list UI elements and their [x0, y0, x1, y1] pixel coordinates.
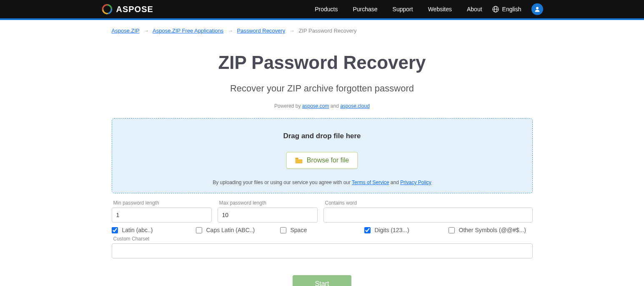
- check-latin[interactable]: Latin (abc..): [112, 227, 196, 233]
- check-other-label: Other Symbols (@@#$...): [459, 227, 526, 233]
- breadcrumb-arrow-icon: →: [228, 28, 233, 34]
- nav-support[interactable]: Support: [393, 6, 413, 13]
- powered-link-aspose-cloud[interactable]: aspose.cloud: [340, 103, 370, 109]
- min-length-input[interactable]: [112, 208, 212, 223]
- check-caps[interactable]: Caps Latin (ABC..): [196, 227, 280, 233]
- page-title: ZIP Password Recovery: [112, 52, 533, 73]
- svg-point-3: [536, 7, 539, 10]
- powered-by: Powered by aspose.com and aspose.cloud: [112, 103, 533, 109]
- nav-purchase[interactable]: Purchase: [353, 6, 377, 13]
- drop-text: Drag and drop file here: [120, 132, 524, 140]
- browse-label: Browse for file: [307, 157, 349, 164]
- globe-icon: [492, 6, 499, 13]
- check-space-box[interactable]: [280, 227, 286, 233]
- main-nav: Products Purchase Support Websites About: [315, 6, 482, 13]
- check-other[interactable]: Other Symbols (@@#$...): [449, 227, 533, 233]
- check-digits-box[interactable]: [364, 227, 371, 233]
- language-label: English: [502, 6, 521, 13]
- terms-link[interactable]: Terms of Service: [352, 180, 389, 185]
- nav-websites[interactable]: Websites: [428, 6, 452, 13]
- breadcrumb-current: ZIP Password Recovery: [298, 28, 356, 34]
- powered-and: and: [329, 103, 340, 109]
- file-dropzone[interactable]: Drag and drop file here Browse for file …: [112, 118, 533, 193]
- nav-products[interactable]: Products: [315, 6, 338, 13]
- breadcrumb: Aspose.ZIP → Aspose.ZIP Free Application…: [112, 20, 533, 41]
- check-digits-label: Digits (123...): [375, 227, 409, 233]
- contains-word-label: Contains word: [325, 200, 533, 206]
- check-other-box[interactable]: [449, 227, 455, 233]
- max-length-input[interactable]: [218, 208, 318, 223]
- user-avatar[interactable]: [531, 3, 543, 15]
- check-latin-label: Latin (abc..): [122, 227, 153, 233]
- privacy-link[interactable]: Privacy Policy: [400, 180, 431, 185]
- page-subtitle: Recover your ZIP archive forgotten passw…: [112, 83, 533, 94]
- custom-charset-label: Custom Charset: [113, 236, 533, 242]
- powered-link-aspose-com[interactable]: aspose.com: [302, 103, 329, 109]
- logo-swirl-icon: [101, 3, 113, 15]
- terms-and: and: [389, 180, 400, 185]
- min-length-label: Min password length: [113, 200, 212, 206]
- breadcrumb-link-3[interactable]: Password Recovery: [237, 28, 286, 34]
- custom-charset-input[interactable]: [112, 243, 533, 258]
- check-caps-box[interactable]: [196, 227, 202, 233]
- folder-icon: [295, 157, 303, 164]
- check-digits[interactable]: Digits (123...): [364, 227, 449, 233]
- check-space[interactable]: Space: [280, 227, 364, 233]
- breadcrumb-arrow-icon: →: [143, 28, 149, 34]
- terms-text: By uploading your files or using our ser…: [120, 180, 524, 185]
- brand-name: ASPOSE: [116, 5, 153, 14]
- brand-logo[interactable]: ASPOSE: [101, 3, 153, 15]
- terms-prefix: By uploading your files or using our ser…: [213, 180, 352, 185]
- browse-file-button[interactable]: Browse for file: [286, 152, 358, 169]
- start-button[interactable]: Start: [293, 275, 352, 286]
- max-length-label: Max password length: [219, 200, 318, 206]
- powered-prefix: Powered by: [274, 103, 302, 109]
- contains-word-input[interactable]: [323, 208, 533, 223]
- breadcrumb-link-1[interactable]: Aspose.ZIP: [112, 28, 140, 34]
- nav-about[interactable]: About: [467, 6, 482, 13]
- breadcrumb-link-2[interactable]: Aspose.ZIP Free Applications: [153, 28, 223, 34]
- breadcrumb-arrow-icon: →: [289, 28, 295, 34]
- check-caps-label: Caps Latin (ABC..): [206, 227, 255, 233]
- language-selector[interactable]: English: [492, 6, 521, 13]
- check-space-label: Space: [291, 227, 307, 233]
- header: ASPOSE Products Purchase Support Website…: [0, 0, 644, 18]
- user-icon: [534, 6, 541, 13]
- check-latin-box[interactable]: [112, 227, 118, 233]
